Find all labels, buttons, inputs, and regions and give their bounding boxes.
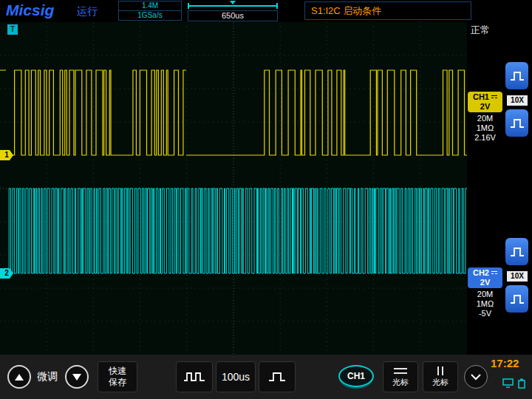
triangle-down-icon xyxy=(72,374,81,381)
zoom-out-timebase-button[interactable] xyxy=(176,361,213,392)
quick-save-button[interactable]: 快速 保存 xyxy=(98,361,137,392)
ch1-label-row: CH1 xyxy=(468,92,502,102)
triangle-up-icon xyxy=(15,374,24,381)
micsig-logo: Micsig xyxy=(6,1,54,19)
horizontal-cursor-button[interactable]: 光标 xyxy=(383,361,418,392)
waveform-svg xyxy=(0,22,467,355)
ch2-pulse-button[interactable] xyxy=(505,285,528,313)
ch2-readouts: 20M 1MΩ -5V xyxy=(468,290,502,318)
ch2-probe-ratio[interactable]: 10X xyxy=(507,271,528,282)
acquisition-mode: 正常 xyxy=(471,24,490,37)
clock: 17:22 xyxy=(491,357,519,369)
acquisition-info[interactable]: 1.4M 1GSa/s xyxy=(118,1,182,21)
run-status[interactable]: 运行 xyxy=(77,5,98,18)
pulse-icon xyxy=(509,292,525,307)
ch1-impedance: 1MΩ xyxy=(468,123,502,133)
fine-adjust-label: 微调 xyxy=(37,370,58,383)
single-pulse-icon xyxy=(267,369,287,385)
ch1-scale: 2V xyxy=(468,102,502,112)
dc-coupling-icon xyxy=(491,270,497,275)
ch1-trigger-slope-button[interactable] xyxy=(505,62,528,89)
ch2-scale: 2V xyxy=(468,278,502,287)
cursor-a-label: 光标 xyxy=(392,377,409,388)
trigger-condition[interactable]: S1:I2C 启动条件 xyxy=(304,1,471,20)
ch1-pulse-button[interactable] xyxy=(505,109,528,137)
timebase-widget[interactable]: 650us xyxy=(188,1,278,21)
ch2-offset: -5V xyxy=(468,309,502,318)
display-status-icon[interactable] xyxy=(502,378,514,389)
chevron-down-icon xyxy=(470,373,482,381)
vertical-cursors-icon xyxy=(432,366,449,376)
window-right-cap xyxy=(276,3,278,9)
ch2-label-row: CH2 xyxy=(468,268,502,278)
right-panel: 正常 CH1 2V 10X 20M 1MΩ 2.16V xyxy=(467,22,532,355)
waveform-display[interactable]: T 1 2 xyxy=(0,22,467,355)
ch2-bandwidth: 20M xyxy=(468,290,502,299)
ch2-trigger-slope-button[interactable] xyxy=(505,238,528,265)
pulse-icon xyxy=(509,116,525,131)
ch1-readouts: 20M 1MΩ 2.16V xyxy=(468,114,502,143)
memory-depth: 1.4M xyxy=(118,1,182,11)
pulse-icon xyxy=(509,245,525,259)
trigger-marker[interactable]: T xyxy=(7,24,18,35)
oscilloscope-screen: Micsig 运行 1.4M 1GSa/s 650us S1:I2C 启动条件 … xyxy=(0,0,532,399)
window-time[interactable]: 650us xyxy=(188,10,278,21)
top-bar: Micsig 运行 1.4M 1GSa/s 650us S1:I2C 启动条件 xyxy=(0,0,532,22)
status-icons xyxy=(502,378,525,389)
ch2-badge[interactable]: CH2 2V xyxy=(468,267,502,288)
vertical-cursor-button[interactable]: 光标 xyxy=(423,361,458,392)
ch1-bandwidth: 20M xyxy=(468,114,502,123)
battery-status-icon[interactable] xyxy=(518,378,525,389)
adjust-down-button[interactable] xyxy=(65,365,89,389)
sample-rate: 1GSa/s xyxy=(118,10,182,21)
double-pulse-icon xyxy=(183,369,206,385)
trigger-position-icon[interactable] xyxy=(230,1,236,4)
pulse-icon xyxy=(509,69,525,83)
ch1-offset: 2.16V xyxy=(468,133,502,143)
quick-save-line1: 快速 xyxy=(98,366,137,377)
memory-window-bar[interactable] xyxy=(188,5,278,7)
timebase-value[interactable]: 100us xyxy=(216,361,256,392)
dc-coupling-icon xyxy=(491,95,497,99)
ch2-impedance: 1MΩ xyxy=(468,299,502,309)
ch1-probe-ratio[interactable]: 10X xyxy=(507,95,528,106)
window-left-cap xyxy=(188,3,189,9)
ch1-badge[interactable]: CH1 2V xyxy=(468,92,502,112)
zoom-in-timebase-button[interactable] xyxy=(259,361,296,392)
active-channel-button[interactable]: CH1 xyxy=(338,365,374,387)
horizontal-cursors-icon xyxy=(392,366,409,376)
collapse-menu-button[interactable] xyxy=(464,365,488,389)
cursor-b-label: 光标 xyxy=(432,377,449,388)
adjust-up-button[interactable] xyxy=(7,365,31,389)
bottom-bar: 微调 快速 保存 100us CH1 光标 xyxy=(0,355,532,399)
quick-save-line2: 保存 xyxy=(98,377,137,388)
